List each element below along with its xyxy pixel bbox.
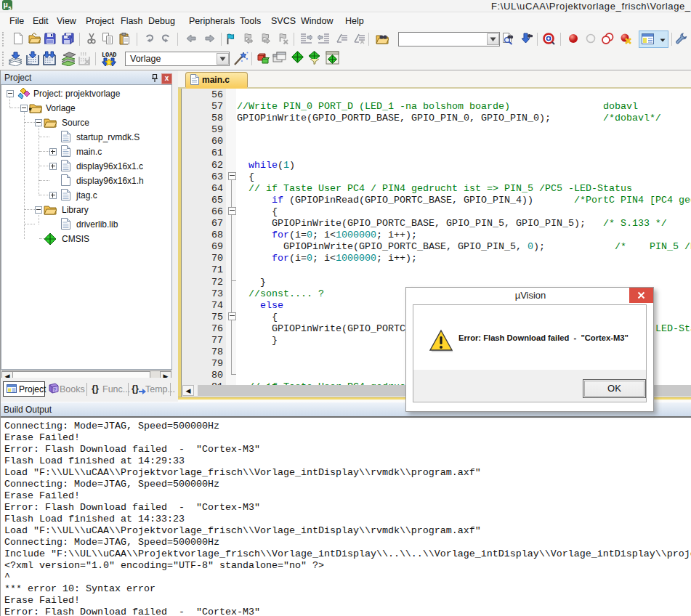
svg-text:µ: µ	[4, 0, 8, 9]
svg-text:5: 5	[8, 5, 11, 11]
svg-text:?: ?	[53, 387, 56, 392]
